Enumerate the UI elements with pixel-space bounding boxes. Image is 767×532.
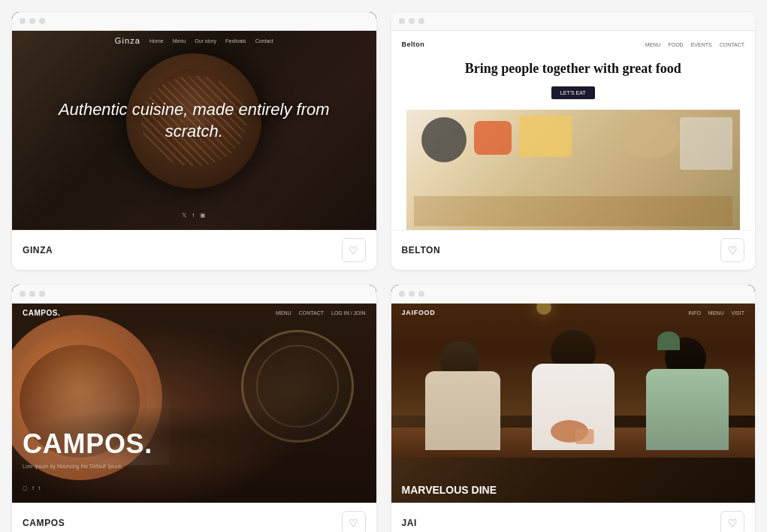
card-campos: CAMPOS. MENU CONTACT LOG IN / JOIN CAMPO…	[12, 285, 376, 532]
ginza-headline: Authentic cuisine, made entirely from sc…	[12, 99, 376, 142]
dot-3	[39, 291, 45, 297]
card-jai: JAIFOOD INFO MENU VISIT MARVELOUS DINE J…	[391, 285, 756, 532]
belton-footer: BELTON ♡	[391, 230, 756, 270]
belton-food-1	[474, 121, 512, 155]
jai-nav-menu: MENU	[708, 310, 724, 316]
belton-nav-items: MENU FOOD EVENTS CONTACT	[645, 42, 744, 47]
campos-nav-items: MENU CONTACT LOG IN / JOIN	[276, 310, 365, 316]
browser-bar-jai	[391, 285, 756, 304]
dot-3	[418, 291, 424, 297]
ginza-social: 𝕏 f ▣	[12, 212, 376, 219]
belton-headline: Bring people together with great food	[465, 60, 681, 77]
ginza-nav: Ginza Home Menu Our story Festivals Cont…	[12, 36, 376, 45]
jai-person-3-body	[425, 371, 500, 450]
jai-nav-info: INFO	[688, 310, 701, 316]
jai-favorite-button[interactable]: ♡	[720, 511, 744, 532]
campos-nav-login: LOG IN / JOIN	[331, 310, 366, 316]
belton-brand: Belton	[402, 41, 425, 48]
belton-food-2	[519, 116, 572, 157]
belton-website-preview: Belton MENU FOOD EVENTS CONTACT Bring pe…	[391, 12, 756, 230]
card-belton: Belton MENU FOOD EVENTS CONTACT Bring pe…	[391, 12, 756, 270]
ginza-website-preview: Ginza Home Menu Our story Festivals Cont…	[12, 12, 376, 230]
template-grid: Ginza Home Menu Our story Festivals Cont…	[12, 12, 755, 532]
belton-preview-container: Belton MENU FOOD EVENTS CONTACT Bring pe…	[391, 12, 756, 230]
campos-preview-container: CAMPOS. MENU CONTACT LOG IN / JOIN CAMPO…	[12, 285, 376, 503]
belton-nav-contact: CONTACT	[720, 42, 744, 47]
campos-headline: CAMPOS.	[23, 431, 152, 458]
belton-favorite-button[interactable]: ♡	[720, 238, 744, 262]
browser-bar-ginza	[12, 12, 376, 31]
campos-nav: CAMPOS. MENU CONTACT LOG IN / JOIN	[12, 309, 376, 317]
belton-nav-menu: MENU	[645, 42, 661, 47]
ginza-nav-menu: Menu	[173, 38, 186, 44]
ginza-nav-contact: Contact	[255, 38, 273, 44]
jai-label: JAI	[402, 518, 417, 528]
jai-nav: JAIFOOD INFO MENU VISIT	[391, 309, 756, 316]
belton-food-bottom	[414, 196, 733, 226]
dot-1	[20, 291, 26, 297]
dot-1	[399, 291, 405, 297]
belton-hero: Bring people together with great food LE…	[391, 53, 756, 230]
facebook-icon: f	[192, 212, 194, 219]
belton-plate-2	[680, 117, 732, 170]
jai-brand: JAIFOOD	[402, 309, 436, 316]
campos-brand: CAMPOS.	[23, 309, 60, 317]
belton-label: BELTON	[402, 245, 441, 255]
campos-website-preview: CAMPOS. MENU CONTACT LOG IN / JOIN CAMPO…	[12, 285, 376, 503]
dot-2	[409, 291, 415, 297]
belton-food-image	[406, 110, 741, 230]
dot-3	[418, 18, 424, 24]
jai-hat	[657, 331, 680, 350]
ginza-brand: Ginza	[115, 36, 140, 45]
dot-3	[39, 18, 45, 24]
jai-nav-items: INFO MENU VISIT	[688, 310, 744, 316]
dot-2	[409, 18, 415, 24]
belton-plate-1	[620, 113, 680, 159]
dot-1	[20, 18, 26, 24]
campos-sub: Lore ipsum by Nouncing the Default Ipsum	[23, 464, 122, 469]
twitter-icon: 𝕏	[182, 212, 186, 219]
card-ginza: Ginza Home Menu Our story Festivals Cont…	[12, 12, 376, 270]
instagram-icon: ▣	[200, 212, 206, 219]
jai-preview-container: JAIFOOD INFO MENU VISIT MARVELOUS DINE	[391, 285, 756, 503]
belton-bottle	[421, 117, 467, 162]
campos-social: ◻ f t	[23, 485, 40, 491]
dot-1	[399, 18, 405, 24]
ginza-nav-home: Home	[149, 38, 164, 44]
belton-cta: LET'S EAT	[551, 86, 595, 99]
campos-label: CAMPOS	[23, 518, 65, 528]
belton-nav-events: EVENTS	[691, 42, 712, 47]
ginza-nav-festivals: Festivals	[225, 38, 246, 44]
jai-nav-visit: VISIT	[731, 310, 744, 316]
jai-website-preview: JAIFOOD INFO MENU VISIT MARVELOUS DINE	[391, 285, 756, 503]
ginza-label: GINZA	[23, 245, 53, 255]
ginza-nav-story: Our story	[195, 38, 216, 44]
browser-bar-belton	[391, 12, 756, 31]
campos-nav-contact: CONTACT	[299, 310, 324, 316]
dot-2	[29, 18, 35, 24]
campos-footer: CAMPOS ♡	[12, 503, 376, 532]
facebook-icon: f	[32, 485, 34, 491]
twitter-icon: t	[38, 485, 40, 491]
jai-person-2-body	[646, 369, 729, 450]
belton-nav-food: FOOD	[668, 42, 683, 47]
dot-2	[29, 291, 35, 297]
belton-nav: Belton MENU FOOD EVENTS CONTACT	[391, 33, 756, 53]
instagram-icon: ◻	[23, 485, 28, 491]
jai-food-cup	[575, 429, 593, 444]
jai-person-3	[421, 341, 504, 450]
jai-scene	[391, 285, 756, 503]
campos-favorite-button[interactable]: ♡	[342, 511, 366, 532]
campos-nav-menu: MENU	[276, 310, 291, 316]
ginza-favorite-button[interactable]: ♡	[342, 238, 366, 262]
jai-person-2	[642, 337, 732, 450]
browser-bar-campos	[12, 285, 376, 304]
jai-headline: MARVELOUS DINE	[402, 484, 745, 497]
ginza-preview: Ginza Home Menu Our story Festivals Cont…	[12, 12, 376, 230]
jai-footer: JAI ♡	[391, 503, 756, 532]
ginza-footer: GINZA ♡	[12, 230, 376, 270]
